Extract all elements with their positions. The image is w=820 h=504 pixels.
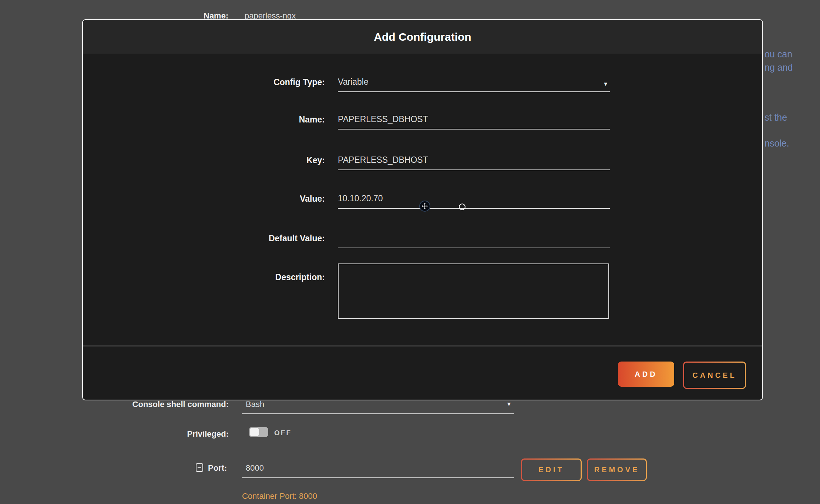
key-input[interactable]: PAPERLESS_DBHOST [338, 155, 610, 170]
privileged-toggle[interactable] [249, 427, 268, 437]
privileged-label: Privileged: [81, 429, 229, 439]
default-value-label: Default Value: [83, 233, 325, 248]
move-arrows-glyph [421, 202, 429, 210]
console-shell-underline [242, 413, 514, 414]
chevron-down-icon: ▼ [603, 81, 608, 87]
port-label: Port: [208, 463, 227, 473]
collapse-minus-icon[interactable] [196, 463, 203, 472]
privileged-state-text: OFF [274, 429, 292, 437]
dialog-title: Add Configuration [374, 31, 471, 43]
footer-divider [83, 346, 762, 346]
remove-button[interactable]: REMOVE [587, 458, 647, 481]
value-label: Value: [83, 194, 325, 209]
value-input[interactable]: 10.10.20.70 [338, 194, 610, 209]
config-type-value: Variable [338, 77, 369, 87]
name-label: Name: [83, 115, 325, 130]
container-port-note: Container Port: 8000 [242, 491, 317, 501]
click-point-ring-icon [459, 204, 466, 210]
chevron-down-icon: ▼ [506, 401, 512, 407]
edit-button[interactable]: EDIT [521, 458, 582, 481]
form-row-config-type: Config Type: Variable ▼ [83, 70, 762, 92]
form-row-name: Name: PAPERLESS_DBHOST [83, 108, 762, 130]
port-underline [242, 477, 514, 478]
move-cursor-icon [419, 201, 430, 212]
config-type-select[interactable]: Variable ▼ [338, 77, 610, 92]
help-text-fragment: st the [764, 112, 787, 123]
form-row-default-value: Default Value: [83, 226, 762, 248]
page-canvas: Name: paperless-ngx ou can ng and st the… [0, 0, 820, 504]
description-textarea[interactable] [338, 263, 609, 319]
console-shell-command-label: Console shell command: [81, 400, 229, 409]
form-row-description: Description: [83, 263, 762, 319]
port-value-input[interactable]: 8000 [246, 463, 264, 473]
default-value-input[interactable] [338, 240, 610, 248]
console-shell-command-select[interactable]: Bash [246, 400, 264, 409]
help-text-fragment: nsole. [764, 138, 789, 149]
dialog-header: Add Configuration [83, 20, 762, 54]
config-type-label: Config Type: [83, 77, 325, 92]
toggle-knob [250, 428, 259, 436]
cancel-button[interactable]: CANCEL [683, 362, 746, 389]
help-text-fragment: ng and [764, 62, 793, 73]
description-label: Description: [83, 263, 325, 282]
add-button[interactable]: ADD [618, 362, 674, 387]
key-label: Key: [83, 155, 325, 170]
name-input[interactable]: PAPERLESS_DBHOST [338, 114, 610, 130]
help-text-fragment: ou can [764, 49, 792, 60]
form-row-key: Key: PAPERLESS_DBHOST [83, 148, 762, 170]
